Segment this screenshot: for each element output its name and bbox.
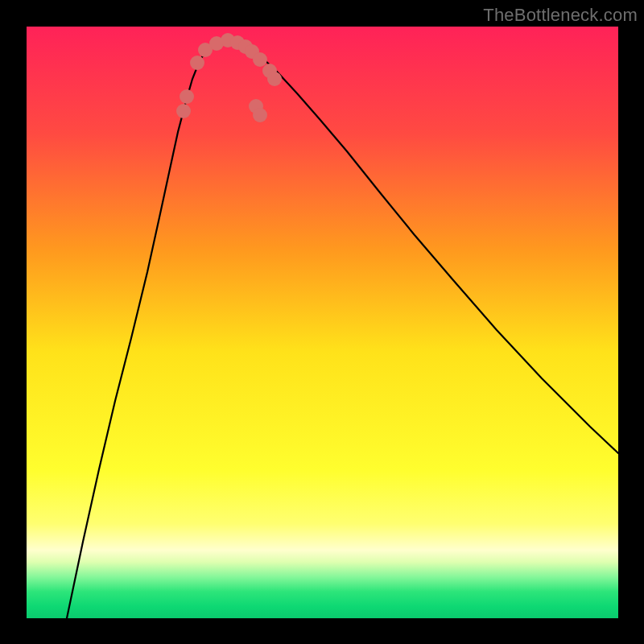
data-marker: [253, 52, 267, 67]
data-marker: [180, 89, 194, 104]
watermark-text: TheBottleneck.com: [483, 5, 638, 26]
data-marker: [267, 72, 282, 86]
data-marker: [176, 104, 191, 118]
bottleneck-curve: [67, 40, 618, 618]
chart-frame: TheBottleneck.com: [0, 0, 644, 644]
plot-area: [27, 27, 618, 618]
data-marker: [190, 56, 204, 70]
data-marker: [253, 108, 267, 122]
chart-svg: [27, 27, 618, 618]
